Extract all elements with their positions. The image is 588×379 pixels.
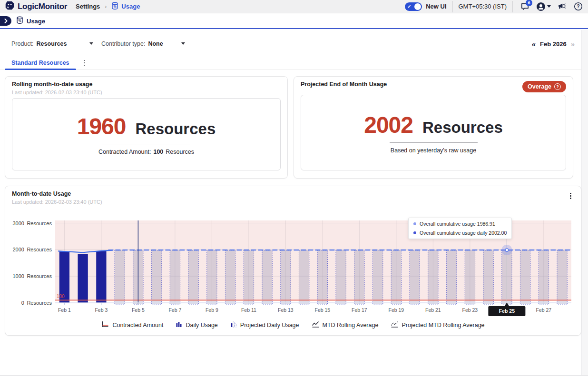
- legend-daily-usage[interactable]: Daily Usage: [176, 321, 217, 329]
- toggle-knob: [414, 3, 421, 10]
- notification-badge: 6: [526, 0, 532, 6]
- header-actions: ✓ New UI GMT+05:30 (IST) 6: [405, 1, 583, 12]
- x-axis-label: Feb 27: [536, 307, 552, 313]
- chevron-right-icon: ›: [105, 3, 107, 10]
- tabs-overflow-menu[interactable]: [76, 56, 93, 70]
- contributor-type-value: None: [148, 40, 163, 47]
- chart-card-last-updated: Last updated: 2026-02-03 23:40 (UTC): [12, 199, 102, 205]
- period-label: Feb 2026: [540, 40, 567, 48]
- tooltip-series-dot: [413, 231, 416, 234]
- timezone-label[interactable]: GMT+05:30 (IST): [459, 3, 507, 10]
- projected-daily-usage-bar[interactable]: [428, 250, 438, 304]
- product-label: Product:: [11, 40, 34, 47]
- next-month-button[interactable]: »: [571, 40, 575, 48]
- chevron-down-icon: [181, 42, 185, 45]
- new-ui-toggle[interactable]: ✓: [405, 2, 422, 11]
- overage-badge[interactable]: Overage ?: [522, 81, 566, 92]
- breadcrumb: Settings › % Usage: [76, 2, 140, 11]
- contracted-amount-text: Contracted Amount: 100 Resources: [98, 149, 194, 155]
- usage-database-icon: %: [111, 2, 118, 11]
- projected-daily-usage-bar[interactable]: [336, 250, 346, 304]
- contributor-type-label: Contributor type:: [101, 40, 145, 47]
- previous-month-button[interactable]: «: [532, 40, 536, 48]
- help-circle-icon[interactable]: ?: [554, 83, 561, 90]
- rolling-card-last-updated: Last updated: 2026-02-03 23:40 (UTC): [12, 90, 102, 95]
- rolling-card-title: Rolling month-to-date usage: [12, 81, 92, 88]
- projected-daily-usage-bar[interactable]: [225, 250, 235, 304]
- projected-daily-usage-bar[interactable]: [520, 250, 530, 304]
- projected-daily-usage-bar[interactable]: [539, 250, 549, 304]
- hover-point-marker: [505, 249, 508, 251]
- projected-daily-usage-bar[interactable]: [151, 250, 161, 304]
- new-ui-toggle-wrap: ✓ New UI: [405, 2, 446, 11]
- projected-usage-panel: 2002 Resources Based on yesterday's raw …: [301, 95, 566, 170]
- chart-options-menu[interactable]: [568, 191, 573, 201]
- tooltip-text: Overall cumulative usage 1986.91: [420, 221, 495, 227]
- page-breadcrumb: % Usage: [16, 16, 45, 26]
- help-button[interactable]: ?: [573, 1, 583, 12]
- divider: [102, 144, 190, 144]
- projected-daily-usage-bar[interactable]: [410, 250, 420, 304]
- projected-daily-usage-bar[interactable]: [262, 250, 272, 304]
- account-button[interactable]: [536, 1, 546, 12]
- product-value: Resources: [37, 40, 67, 47]
- legend-projected-daily-usage[interactable]: Projected Daily Usage: [230, 321, 299, 329]
- divider: [452, 1, 453, 12]
- mtd-rolling-average-icon: [312, 321, 319, 329]
- y-axis-label: 0 Resources: [21, 300, 52, 306]
- vertical-scrollbar[interactable]: [581, 30, 588, 375]
- divider: [390, 142, 478, 143]
- breadcrumb-usage[interactable]: % Usage: [111, 2, 140, 11]
- projected-daily-usage-bar[interactable]: [244, 250, 254, 304]
- announcements-button[interactable]: [557, 1, 567, 12]
- projected-daily-usage-bar[interactable]: [299, 250, 309, 304]
- rolling-usage-panel: 1960 Resources Contracted Amount: 100 Re…: [12, 98, 281, 170]
- legend-contracted-amount[interactable]: Contracted Amount: [101, 321, 163, 329]
- projected-daily-usage-bar[interactable]: [317, 250, 327, 304]
- active-tab-underline: [5, 69, 76, 70]
- rolling-usage-unit: Resources: [136, 120, 216, 138]
- check-icon: ✓: [407, 4, 411, 9]
- filter-row: Product: Resources Contributor type: Non…: [0, 37, 581, 50]
- x-axis-label: Feb 3: [95, 307, 108, 313]
- svg-text:%: %: [18, 19, 21, 22]
- projected-daily-usage-bar[interactable]: [207, 250, 217, 304]
- breadcrumb-settings[interactable]: Settings: [76, 3, 100, 10]
- projected-daily-usage-bar[interactable]: [372, 250, 382, 304]
- tab-standard-resources[interactable]: Standard Resources: [5, 56, 76, 70]
- projected-daily-usage-bar[interactable]: [354, 250, 364, 304]
- daily-usage-bar[interactable]: [78, 254, 88, 303]
- collapse-panel-button[interactable]: [0, 16, 11, 26]
- projected-usage-note: Based on yesterday's raw usage: [391, 147, 476, 154]
- legend-projected-mtd-rolling-average[interactable]: Projected MTD Rolling Average: [391, 321, 484, 329]
- contributor-type-dropdown[interactable]: Contributor type: None: [101, 40, 185, 47]
- projected-daily-usage-bar[interactable]: [391, 250, 401, 304]
- daily-usage-icon: [176, 321, 182, 329]
- projected-daily-usage-bar[interactable]: [188, 250, 198, 304]
- svg-text:?: ?: [577, 4, 579, 9]
- projected-daily-usage-bar[interactable]: [465, 250, 475, 304]
- product-dropdown[interactable]: Product: Resources: [11, 40, 93, 47]
- projected-daily-usage-bar[interactable]: [115, 250, 125, 304]
- y-axis-label: 1000 Resources: [12, 273, 52, 279]
- usage-page: LogicMonitor Settings › % Usage ✓: [0, 0, 588, 379]
- projected-daily-usage-bar[interactable]: [557, 250, 567, 304]
- contracted-amount-icon: [101, 321, 109, 329]
- breadcrumb-usage-label: Usage: [121, 3, 140, 10]
- logicmonitor-logo[interactable]: LogicMonitor: [5, 0, 67, 12]
- month-to-date-usage-card: Month-to-date Usage Last updated: 2026-0…: [5, 186, 581, 336]
- projected-card-title: Projected End of Month Usage: [301, 81, 387, 88]
- legend-mtd-rolling-average[interactable]: MTD Rolling Average: [312, 321, 379, 329]
- messages-button[interactable]: 6: [519, 1, 530, 12]
- daily-usage-bar[interactable]: [96, 251, 106, 303]
- projected-daily-usage-bar[interactable]: [281, 250, 291, 304]
- x-axis-label: Feb 17: [352, 307, 367, 313]
- account-caret-icon[interactable]: [547, 5, 551, 8]
- projected-daily-usage-bar[interactable]: [446, 250, 456, 304]
- projected-daily-usage-bar[interactable]: [170, 250, 180, 304]
- rolling-mtd-usage-card: Rolling month-to-date usage Last updated…: [5, 76, 288, 179]
- y-axis-label: 3000 Resources: [12, 220, 52, 226]
- projected-daily-usage-bar[interactable]: [483, 250, 493, 304]
- x-axis-label: Feb 7: [168, 307, 181, 313]
- new-ui-label: New UI: [426, 3, 446, 10]
